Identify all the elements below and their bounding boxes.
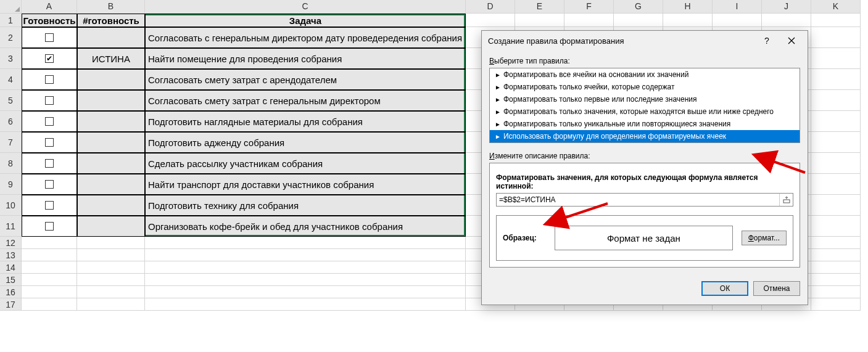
cell-C10[interactable]: Подготовить технику для собрания (145, 195, 466, 216)
cell-F1[interactable] (564, 14, 614, 27)
checkbox[interactable] (45, 201, 54, 210)
cell-B9[interactable] (77, 174, 145, 195)
ok-button[interactable]: ОК (701, 281, 748, 296)
cell-K17[interactable] (811, 298, 861, 311)
cell-I1[interactable] (713, 14, 762, 27)
cell-C12[interactable] (145, 237, 466, 249)
cell-C17[interactable] (145, 298, 466, 311)
cell-K2[interactable] (811, 27, 861, 48)
checkbox[interactable] (45, 117, 54, 126)
rule-type-option-1[interactable]: ►Форматировать только ячейки, которые со… (490, 81, 800, 93)
cell-B6[interactable] (77, 111, 145, 132)
cell-K8[interactable] (811, 153, 861, 174)
cell-C13[interactable] (145, 249, 466, 261)
help-button[interactable]: ? (754, 32, 779, 49)
row-header-16[interactable]: 16 (0, 286, 22, 298)
checkbox[interactable] (45, 54, 54, 63)
cell-B14[interactable] (77, 261, 145, 274)
cell-K1[interactable] (811, 14, 861, 27)
cell-B11[interactable] (77, 216, 145, 237)
cell-B3[interactable]: ИСТИНА (77, 48, 145, 69)
cell-B13[interactable] (77, 249, 145, 261)
col-header-F[interactable]: F (564, 0, 614, 14)
cell-K3[interactable] (811, 48, 861, 69)
rule-type-list[interactable]: ►Форматировать все ячейки на основании и… (489, 68, 800, 143)
cell-C4[interactable]: Согласовать смету затрат с арендодателем (145, 69, 466, 90)
cell-K10[interactable] (811, 195, 861, 216)
col-header-D[interactable]: D (466, 0, 515, 14)
cell-C3[interactable]: Найти помещение для проведения собрания (145, 48, 466, 69)
cell-B10[interactable] (77, 195, 145, 216)
cell-C1[interactable]: Задача (145, 14, 466, 27)
checkbox[interactable] (45, 96, 54, 105)
row-header-11[interactable]: 11 (0, 216, 22, 237)
cell-A17[interactable] (22, 298, 77, 311)
cell-K7[interactable] (811, 132, 861, 153)
cell-B15[interactable] (77, 274, 145, 286)
row-header-12[interactable]: 12 (0, 237, 22, 249)
col-header-G[interactable]: G (614, 0, 663, 14)
row-header-7[interactable]: 7 (0, 132, 22, 153)
cell-B17[interactable] (77, 298, 145, 311)
format-button[interactable]: Формат... (742, 231, 787, 245)
cell-A14[interactable] (22, 261, 77, 274)
cell-B4[interactable] (77, 69, 145, 90)
cell-K5[interactable] (811, 90, 861, 111)
cell-C8[interactable]: Сделать рассылку участникам собрания (145, 153, 466, 174)
row-header-4[interactable]: 4 (0, 69, 22, 90)
cell-C9[interactable]: Найти транспорт для доставки участников … (145, 174, 466, 195)
cell-B7[interactable] (77, 132, 145, 153)
col-header-C[interactable]: C (145, 0, 466, 14)
rule-type-option-0[interactable]: ►Форматировать все ячейки на основании и… (490, 68, 800, 81)
checkbox[interactable] (45, 75, 54, 84)
cell-C7[interactable]: Подготовить адженду собрания (145, 132, 466, 153)
cell-A11[interactable] (22, 216, 77, 237)
cell-D1[interactable] (466, 14, 515, 27)
cell-A15[interactable] (22, 274, 77, 286)
dialog-titlebar[interactable]: Создание правила форматирования ? (482, 31, 808, 51)
cell-H1[interactable] (663, 14, 713, 27)
cell-A16[interactable] (22, 286, 77, 298)
col-header-H[interactable]: H (663, 0, 713, 14)
cell-K15[interactable] (811, 274, 861, 286)
row-header-3[interactable]: 3 (0, 48, 22, 69)
row-header-14[interactable]: 14 (0, 261, 22, 274)
row-header-13[interactable]: 13 (0, 249, 22, 261)
cell-K9[interactable] (811, 174, 861, 195)
cell-K12[interactable] (811, 237, 861, 249)
cell-B1[interactable]: #готовность (77, 14, 145, 27)
cell-K14[interactable] (811, 261, 861, 274)
checkbox[interactable] (45, 138, 54, 147)
cell-C6[interactable]: Подготовить наглядные материалы для собр… (145, 111, 466, 132)
row-header-5[interactable]: 5 (0, 90, 22, 111)
cell-A12[interactable] (22, 237, 77, 249)
row-header-8[interactable]: 8 (0, 153, 22, 174)
rule-type-option-2[interactable]: ►Форматировать только первые или последн… (490, 93, 800, 105)
row-header-15[interactable]: 15 (0, 274, 22, 286)
col-header-J[interactable]: J (762, 0, 811, 14)
cancel-button[interactable]: Отмена (753, 281, 800, 296)
cell-A4[interactable] (22, 69, 77, 90)
rule-type-option-3[interactable]: ►Форматировать только значения, которые … (490, 105, 800, 118)
cell-B12[interactable] (77, 237, 145, 249)
cell-K11[interactable] (811, 216, 861, 237)
cell-E1[interactable] (515, 14, 564, 27)
checkbox[interactable] (45, 33, 54, 42)
checkbox[interactable] (45, 159, 54, 168)
rule-type-option-4[interactable]: ►Форматировать только уникальные или пов… (490, 118, 800, 130)
col-header-A[interactable]: A (22, 0, 77, 14)
col-header-I[interactable]: I (713, 0, 762, 14)
col-header-B[interactable]: B (77, 0, 145, 14)
cell-C16[interactable] (145, 286, 466, 298)
cell-A10[interactable] (22, 195, 77, 216)
cell-C14[interactable] (145, 261, 466, 274)
cell-K16[interactable] (811, 286, 861, 298)
cell-K4[interactable] (811, 69, 861, 90)
checkbox[interactable] (45, 222, 54, 231)
formula-input[interactable] (497, 195, 779, 204)
cell-B2[interactable] (77, 27, 145, 48)
rule-type-option-5[interactable]: ►Использовать формулу для определения фо… (490, 130, 800, 142)
cell-C2[interactable]: Согласовать с генеральным директором дат… (145, 27, 466, 48)
cell-A5[interactable] (22, 90, 77, 111)
cell-A2[interactable] (22, 27, 77, 48)
